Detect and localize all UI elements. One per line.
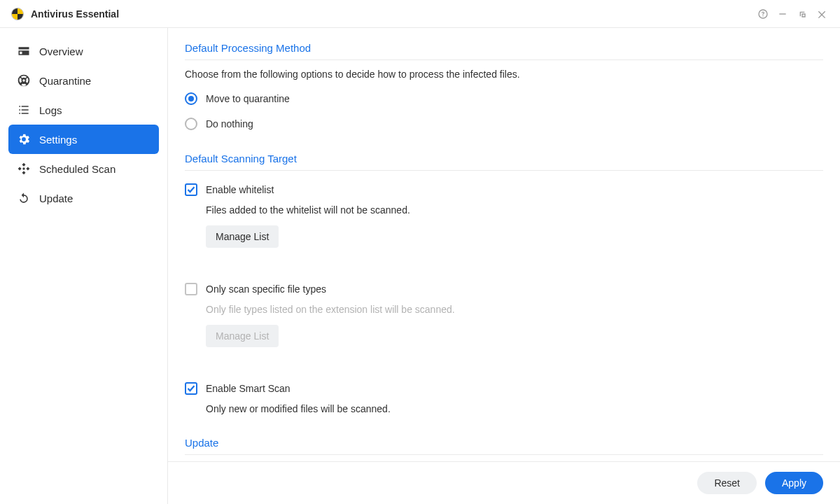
help-button[interactable] [753, 4, 773, 24]
sidebar-item-label: Overview [39, 46, 83, 57]
gear-icon [17, 132, 31, 146]
refresh-icon [17, 191, 31, 205]
sidebar-item-settings[interactable]: Settings [8, 125, 159, 154]
sidebar-item-label: Quarantine [39, 75, 91, 87]
section-title-scanning: Default Scanning Target [185, 153, 823, 171]
option-do-nothing[interactable]: Do nothing [185, 118, 823, 130]
checkbox-unchecked-icon [185, 283, 197, 295]
option-label: Enable whitelist [206, 184, 274, 195]
option-description: Only new or modified files will be scann… [206, 403, 823, 414]
section-title-processing: Default Processing Method [185, 42, 823, 60]
option-label: Enable Smart Scan [206, 383, 290, 394]
svg-rect-0 [779, 13, 785, 14]
close-button[interactable] [812, 4, 832, 24]
manage-whitelist-button[interactable]: Manage List [206, 225, 279, 248]
sidebar: Overview Quarantine Logs Settings [0, 28, 168, 504]
option-label: Move to quarantine [206, 93, 290, 104]
section-description: Choose from the following options to dec… [185, 69, 823, 80]
sidebar-item-label: Update [39, 192, 73, 204]
option-move-to-quarantine[interactable]: Move to quarantine [185, 92, 823, 105]
radio-unchecked-icon [185, 118, 197, 130]
app-title: Antivirus Essential [31, 8, 119, 20]
option-enable-smart-scan[interactable]: Enable Smart Scan [185, 382, 823, 395]
sidebar-item-label: Settings [39, 134, 77, 146]
sidebar-item-logs[interactable]: Logs [8, 95, 159, 125]
logs-icon [17, 103, 31, 117]
footer: Reset Apply [168, 461, 840, 504]
quarantine-icon [17, 74, 31, 88]
shield-icon [11, 8, 24, 20]
titlebar: Antivirus Essential [0, 0, 840, 28]
option-description: Only file types listed on the extension … [206, 304, 823, 315]
option-specific-file-types[interactable]: Only scan specific file types [185, 283, 823, 295]
option-label: Do nothing [206, 118, 253, 130]
overview-icon [17, 44, 31, 58]
minimize-button[interactable] [773, 4, 792, 24]
checkbox-checked-icon [185, 382, 197, 395]
maximize-button[interactable] [792, 4, 812, 24]
apply-button[interactable]: Apply [765, 472, 823, 494]
radio-checked-icon [185, 92, 197, 105]
option-label: Only scan specific file types [206, 284, 326, 295]
sidebar-item-label: Scheduled Scan [39, 163, 115, 175]
option-description: Files added to the whitelist will not be… [206, 204, 823, 216]
target-icon [17, 162, 31, 176]
sidebar-item-label: Logs [39, 104, 62, 116]
checkbox-checked-icon [185, 183, 197, 196]
sidebar-item-update[interactable]: Update [8, 183, 159, 213]
option-enable-whitelist[interactable]: Enable whitelist [185, 183, 823, 196]
settings-panel: Default Processing Method Choose from th… [168, 28, 840, 461]
manage-extension-list-button: Manage List [206, 325, 279, 347]
reset-button[interactable]: Reset [697, 472, 757, 494]
section-title-update: Update [185, 437, 823, 455]
sidebar-item-overview[interactable]: Overview [8, 36, 159, 66]
sidebar-item-quarantine[interactable]: Quarantine [8, 66, 159, 95]
sidebar-item-scheduled-scan[interactable]: Scheduled Scan [8, 154, 159, 183]
